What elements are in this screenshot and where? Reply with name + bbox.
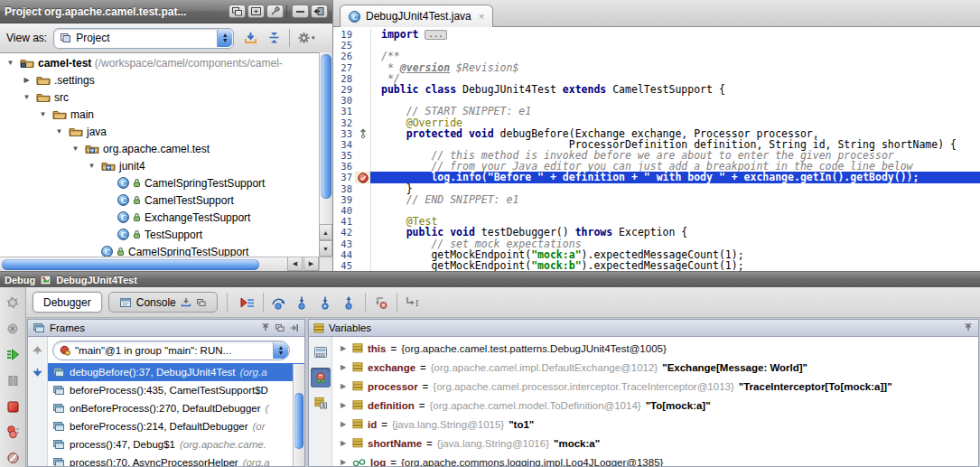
- scroll-left-button[interactable]: ◀: [287, 257, 303, 271]
- expand-arrow-icon[interactable]: ▶: [339, 458, 348, 466]
- stack-frame-row[interactable]: process():70, AsyncProcessorHelper (org.…: [48, 453, 304, 466]
- tree-item[interactable]: CExchangeTestSupport: [0, 209, 332, 226]
- variable-row[interactable]: ▶this = {org.apache.camel.test.patterns.…: [332, 339, 978, 358]
- close-tab-icon[interactable]: ×: [479, 11, 484, 22]
- override-marker-icon[interactable]: [359, 128, 368, 138]
- variable-row[interactable]: ▶log = {org.apache.commons.logging.impl.…: [332, 453, 978, 466]
- tree-item[interactable]: CCamelSpringTestSupport: [0, 174, 332, 191]
- editor-tab[interactable]: C DebugJUnit4Test.java ×: [340, 5, 493, 27]
- hide-button[interactable]: [311, 5, 328, 18]
- gutter-marker[interactable]: [355, 150, 370, 161]
- pause-button[interactable]: [2, 371, 23, 390]
- gutter-marker[interactable]: [355, 95, 370, 106]
- code-line[interactable]: 42 public void testDebugger() throws Exc…: [333, 227, 980, 238]
- code-line[interactable]: 19import ...: [333, 29, 980, 40]
- gutter-marker[interactable]: [355, 260, 370, 271]
- tree-item[interactable]: CCamelTestSupport: [0, 191, 332, 209]
- gutter-marker[interactable]: [355, 51, 370, 61]
- variable-row[interactable]: ▶id = {java.lang.String@1015}"to1": [332, 415, 978, 434]
- code-line[interactable]: 45 getMockEndpoint("mock:b").expectedMes…: [333, 260, 980, 271]
- evaluate-button[interactable]: [311, 342, 331, 362]
- expand-arrow-icon[interactable]: ▶: [339, 401, 348, 409]
- expand-arrow-icon[interactable]: ▼: [37, 110, 49, 118]
- gutter-marker[interactable]: [355, 194, 370, 205]
- collapse-all-button[interactable]: [264, 28, 284, 48]
- mute-breakpoints-button[interactable]: [2, 448, 23, 467]
- tab-console[interactable]: Console: [108, 292, 218, 313]
- step-out-button[interactable]: [339, 292, 360, 313]
- step-into-button[interactable]: [292, 292, 313, 313]
- float-mini-icon[interactable]: [274, 323, 285, 333]
- tree-item[interactable]: ▶.settings: [0, 71, 332, 89]
- gutter-marker[interactable]: [355, 117, 370, 128]
- scroll-right-button[interactable]: ▶: [303, 257, 319, 271]
- gutter-marker[interactable]: [355, 62, 370, 73]
- gutter-marker[interactable]: [355, 40, 370, 51]
- expand-arrow-icon[interactable]: ▶: [21, 76, 33, 84]
- expand-arrow-icon[interactable]: ▶: [339, 382, 348, 390]
- gutter-marker[interactable]: [355, 205, 370, 216]
- frames-scrollbar[interactable]: [293, 364, 304, 466]
- code-line[interactable]: 31 // START SNIPPET: e1: [333, 106, 980, 117]
- expand-arrow-icon[interactable]: ▼: [5, 59, 16, 67]
- gutter-marker[interactable]: [355, 227, 370, 238]
- gutter-marker[interactable]: [355, 238, 370, 249]
- expand-arrow-icon[interactable]: ▼: [53, 127, 65, 135]
- gutter-marker[interactable]: [355, 128, 370, 139]
- hide-mini-icon[interactable]: [288, 323, 300, 333]
- variable-row[interactable]: ▶shortName = {java.lang.String@1016}"moc…: [332, 434, 978, 453]
- gutter-marker[interactable]: [355, 29, 370, 40]
- code-line[interactable]: 25: [333, 40, 980, 51]
- gutter-marker[interactable]: [355, 216, 370, 227]
- expand-arrow-icon[interactable]: ▶: [339, 420, 348, 428]
- thread-selector[interactable]: "main"@1 in group "main": RUN... ▲▼: [52, 341, 290, 360]
- view-breakpoints-button[interactable]: [2, 423, 23, 442]
- gutter-marker[interactable]: [355, 172, 370, 182]
- gutter-marker[interactable]: [355, 139, 370, 150]
- autoscroll-to-source-button[interactable]: [240, 28, 260, 48]
- minimize-button[interactable]: [292, 5, 309, 18]
- code-line[interactable]: 38 }: [333, 183, 980, 194]
- update-app-button[interactable]: [2, 320, 23, 339]
- dock-mini-icon[interactable]: [259, 323, 271, 333]
- scroll-down-button[interactable]: ▼: [319, 240, 332, 257]
- code-line[interactable]: 37 log.info("Before " + definition + " w…: [333, 172, 980, 182]
- float-button[interactable]: [229, 5, 246, 18]
- next-frame-icon[interactable]: [32, 367, 43, 378]
- tab-debugger[interactable]: Debugger: [33, 292, 102, 313]
- view-as-stepper[interactable]: ▲▼: [217, 30, 232, 47]
- show-fields-button[interactable]: a: [311, 393, 331, 413]
- pop-frame-button[interactable]: [370, 292, 392, 313]
- force-step-into-button[interactable]: [315, 292, 337, 313]
- run-to-cursor-button[interactable]: I: [402, 292, 424, 313]
- watch-button[interactable]: [311, 368, 331, 388]
- previous-frame-icon[interactable]: [32, 344, 43, 356]
- stack-frame-row[interactable]: onBeforeProcess():270, DefaultDebugger (: [48, 399, 304, 417]
- resume-button[interactable]: [2, 345, 23, 364]
- variable-row[interactable]: ▶definition = {org.apache.camel.model.To…: [332, 396, 978, 415]
- expand-arrow-icon[interactable]: ▼: [21, 93, 33, 101]
- tree-item[interactable]: ▼src: [0, 89, 332, 106]
- gutter-marker[interactable]: [355, 106, 370, 117]
- expand-arrow-icon[interactable]: ▶: [339, 363, 348, 371]
- code-line[interactable]: 26/**: [333, 51, 980, 61]
- stack-frame-row[interactable]: process():47, Debug$1 (org.apache.came.: [48, 435, 304, 453]
- stack-frame-row[interactable]: beforeProcess():214, DefaultDebugger (or: [48, 417, 304, 435]
- view-as-select[interactable]: Project ▲▼: [53, 28, 234, 49]
- dock-mini-icon[interactable]: [962, 323, 974, 333]
- tree-item[interactable]: ▼org.apache.camel.test: [0, 140, 332, 157]
- expand-arrow-icon[interactable]: ▼: [70, 145, 81, 153]
- expand-arrow-icon[interactable]: ▶: [339, 344, 348, 352]
- pin-button[interactable]: [266, 5, 284, 18]
- rerun-button[interactable]: [2, 294, 23, 313]
- breakpoint-icon[interactable]: [358, 173, 369, 183]
- code-line[interactable]: 32 @Override: [333, 117, 980, 128]
- show-execution-point-button[interactable]: [237, 292, 258, 313]
- code-line[interactable]: 27 * @version $Revision$: [333, 62, 980, 73]
- code-line[interactable]: 39 // END SNIPPET: e1: [333, 194, 980, 205]
- gutter-marker[interactable]: [355, 183, 370, 194]
- expand-arrow-icon[interactable]: ▶: [339, 439, 348, 447]
- step-over-button[interactable]: [268, 292, 290, 313]
- tree-item[interactable]: CTestSupport: [0, 226, 332, 243]
- tree-item[interactable]: ▼main: [0, 106, 332, 123]
